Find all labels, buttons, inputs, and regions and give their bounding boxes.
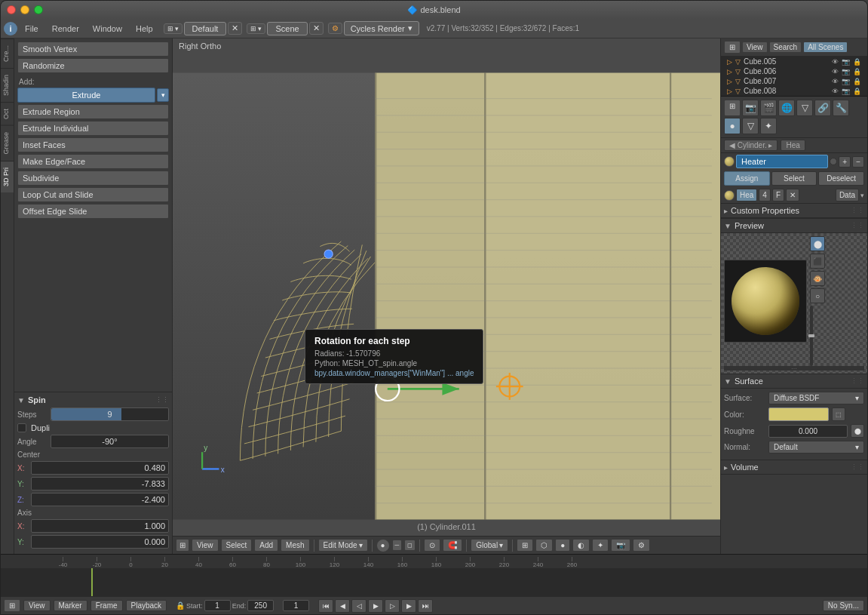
mat-x-btn[interactable]: ✕ [786, 189, 799, 201]
workspace-icon-box[interactable]: ⊞▾ [164, 23, 182, 34]
outliner-widget[interactable]: ⊞ [724, 41, 741, 54]
preview-monkey-btn[interactable]: 🐵 [810, 271, 825, 286]
overlay-btn[interactable]: ⊞ [517, 539, 533, 552]
center-x-field[interactable]: 0.480 [31, 461, 169, 475]
sidebar-tab-3dprint[interactable]: 3D Pri [1, 161, 14, 192]
extrude-arrow-button[interactable]: ▾ [157, 88, 169, 102]
select-button[interactable]: Select [771, 171, 817, 186]
surface-section-header[interactable]: ▼ Surface ⋮⋮ [721, 374, 867, 389]
timeline-widget[interactable]: ⊞ [4, 599, 20, 612]
viewport-widget-btn[interactable]: ⊞ [176, 539, 189, 552]
mat-4-btn[interactable]: 4 [759, 189, 771, 201]
dupli-checkbox[interactable] [17, 423, 26, 432]
normal-selector[interactable]: Default ▾ [768, 441, 864, 454]
next-keyframe-btn[interactable]: ▷ [385, 599, 400, 613]
scene-props-btn[interactable]: 🎬 [760, 100, 777, 116]
subdivide-button[interactable]: Subdivide [17, 171, 169, 186]
minimize-button[interactable] [20, 5, 29, 14]
roughness-dot-btn[interactable]: ⬤ [851, 424, 864, 438]
world-props-btn[interactable]: 🌐 [778, 100, 795, 116]
visibility-icon-0[interactable]: 👁 [832, 58, 839, 66]
current-frame-field[interactable]: 1 [283, 600, 309, 611]
workspace-close[interactable]: ✕ [228, 22, 242, 35]
viewport-add-btn[interactable]: Add [254, 539, 278, 552]
particles-props-btn[interactable]: ✦ [760, 118, 777, 134]
extrude-individual-button[interactable]: Extrude Individual [17, 121, 169, 136]
xray-btn[interactable]: ⬡ [535, 539, 553, 552]
prev-keyframe-btn[interactable]: ◁ [351, 599, 367, 613]
timeline-view-btn[interactable]: View [23, 600, 51, 611]
color-picker-btn[interactable]: ⬚ [832, 407, 845, 421]
offset-edge-button[interactable]: Offset Edge Slide [17, 204, 169, 219]
assign-button[interactable]: Assign [724, 171, 770, 186]
snap-btn[interactable]: 🧲 [443, 539, 462, 552]
spin-header[interactable]: ▼ Spin ⋮⋮ [17, 395, 169, 404]
lock-icon-2[interactable]: 🔒 [853, 78, 861, 85]
play-btn[interactable]: ▶ [368, 599, 383, 613]
menu-file[interactable]: File [19, 23, 44, 35]
sidebar-tab-create[interactable]: Cre... [1, 38, 14, 68]
scene-selector[interactable]: Scene [267, 22, 307, 35]
outliner-item[interactable]: ▷ ▽ Cube.007 👁 📷 🔒 [721, 76, 867, 86]
center-z-field[interactable]: -2.400 [31, 493, 169, 506]
render-preview-btn[interactable]: ✦ [592, 539, 609, 552]
props-widget[interactable]: ⊞ [724, 100, 741, 116]
lock-icon-1[interactable]: 🔒 [853, 68, 861, 75]
solid-btn[interactable]: ● [555, 539, 570, 552]
preview-matball-btn[interactable]: ○ [810, 288, 825, 303]
sidebar-tab-grease[interactable]: Grease [1, 125, 14, 161]
vertex-mode-btn[interactable]: ● [376, 539, 390, 552]
camera-btn[interactable]: 📷 [611, 539, 630, 552]
visibility-icon-1[interactable]: 👁 [832, 68, 839, 75]
deselect-button[interactable]: Deselect [818, 171, 864, 186]
maximize-button[interactable] [34, 5, 43, 14]
render-icon-3[interactable]: 📷 [842, 88, 850, 95]
edge-mode-btn[interactable]: ─ [392, 540, 403, 551]
sync-btn[interactable]: No Syn... [823, 600, 864, 611]
inset-faces-button[interactable]: Inset Faces [17, 137, 169, 152]
face-mode-btn[interactable]: ◻ [404, 540, 416, 551]
render-icon-0[interactable]: 📷 [842, 58, 850, 66]
timeline-playback-btn[interactable]: Playback [126, 600, 167, 611]
outliner-search-btn[interactable]: Search [769, 42, 802, 53]
jump-end-btn[interactable]: ⏭ [418, 599, 433, 613]
preview-sphere-btn[interactable]: ⬤ [810, 236, 825, 251]
prev-frame-btn[interactable]: ◀ [335, 599, 350, 613]
loop-cut-button[interactable]: Loop Cut and Slide [17, 187, 169, 202]
viewport-mesh-btn[interactable]: Mesh [281, 539, 309, 552]
preview-slider[interactable] [810, 306, 813, 366]
outliner-item[interactable]: ▷ ▽ Cube.006 👁 📷 🔒 [721, 66, 867, 76]
smooth-vertex-button[interactable]: Smooth Vertex [17, 42, 169, 57]
workspace-selector[interactable]: Default [184, 22, 227, 35]
preview-resize-handle[interactable]: ⋯ [724, 366, 864, 371]
custom-props-section-header[interactable]: ▸ Custom Properties ⋮⋮ [721, 203, 867, 218]
material-props-btn[interactable]: ● [724, 118, 741, 134]
scene-close[interactable]: ✕ [309, 22, 324, 35]
material-btn[interactable]: ◐ [572, 539, 590, 552]
render-props-btn[interactable]: 📷 [742, 100, 759, 116]
viewport-select-btn[interactable]: Select [221, 539, 253, 552]
visibility-icon-2[interactable]: 👁 [832, 78, 839, 85]
mat-hea-btn[interactable]: Hea [736, 189, 757, 201]
constraint-props-btn[interactable]: 🔗 [814, 100, 831, 116]
volume-section-header[interactable]: ▸ Volume ⋮⋮ [721, 460, 867, 475]
props-nav-material[interactable]: Hea [781, 140, 805, 151]
outliner-view-btn[interactable]: View [742, 42, 768, 53]
settings-btn[interactable]: ⚙ [633, 539, 650, 552]
proportional-edit-btn[interactable]: ⊙ [424, 539, 440, 552]
viewport-view-btn[interactable]: View [192, 539, 219, 552]
mode-selector[interactable]: Edit Mode ▾ [318, 539, 368, 552]
object-props-btn[interactable]: ▽ [796, 100, 813, 116]
props-nav-cylinder[interactable]: ◀ Cylinder. ▸ [724, 140, 778, 151]
color-swatch[interactable] [768, 407, 829, 421]
viewport[interactable]: Right Ortho [173, 38, 720, 554]
render-icon-2[interactable]: 📷 [842, 78, 850, 85]
randomize-button[interactable]: Randomize [17, 58, 169, 73]
timeline-marker-btn[interactable]: Marker [54, 600, 87, 611]
menu-window[interactable]: Window [87, 23, 128, 35]
data-btn[interactable]: Data [836, 189, 859, 201]
axis-x-field[interactable]: 1.000 [31, 519, 169, 533]
menu-help[interactable]: Help [130, 23, 159, 35]
preview-cube-btn[interactable]: ⬛ [810, 254, 825, 269]
roughness-slider[interactable]: 0.000 [768, 425, 848, 438]
